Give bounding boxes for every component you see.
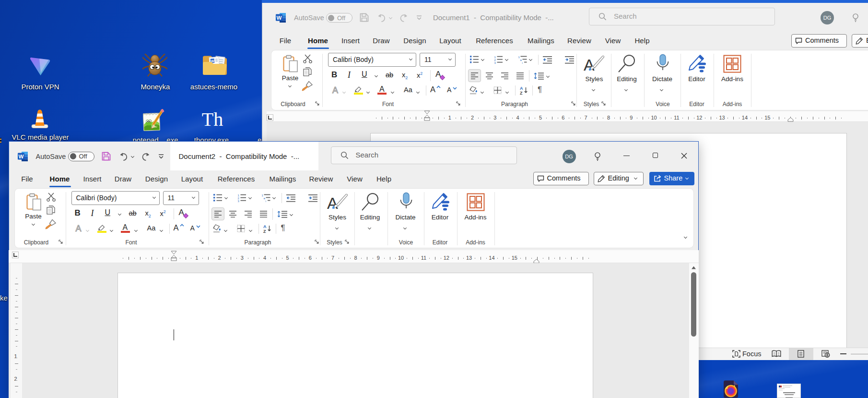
svg-text:Z: Z xyxy=(263,229,266,233)
svg-text:i: i xyxy=(265,199,266,202)
svg-text:3: 3 xyxy=(494,61,496,64)
svg-text:i: i xyxy=(522,61,523,64)
svg-text:3: 3 xyxy=(237,199,239,202)
svg-text:Z: Z xyxy=(520,91,523,95)
svg-text:A: A xyxy=(263,224,267,229)
svg-text:A: A xyxy=(520,86,523,91)
svg-text:W: W xyxy=(18,153,23,159)
svg-text:A: A xyxy=(327,194,338,212)
svg-text:W: W xyxy=(277,15,282,21)
svg-text:A: A xyxy=(584,56,595,74)
